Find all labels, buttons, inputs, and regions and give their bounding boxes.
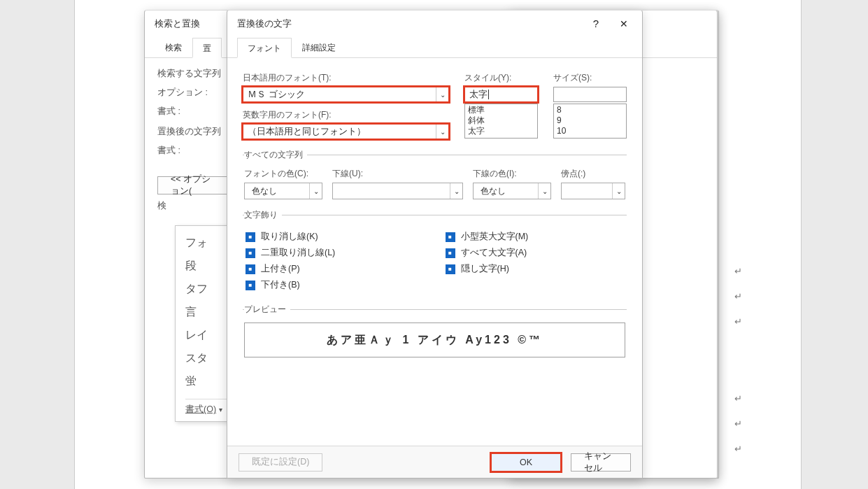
menu-footer-button[interactable]: 書式(O) ▾ (185, 399, 227, 416)
preview-box: あア亜Ａｙ 1 アイウ Ay123 ©™ (244, 323, 625, 357)
emphasis-label: 傍点(:) (561, 168, 625, 180)
check-superscript[interactable]: 上付き(P) (246, 263, 425, 275)
font-dialog-tabs: フォント 詳細設定 (227, 37, 642, 58)
check-smallcaps[interactable]: 小型英大文字(M) (446, 231, 625, 243)
chevron-down-icon: ⌄ (450, 183, 462, 199)
menu-item[interactable]: スタ (185, 347, 227, 370)
font-dialog-footer: 既定に設定(D) OK キャンセル (227, 446, 642, 478)
format2-label: 書式 : (157, 145, 234, 157)
size-listbox[interactable]: 8 9 10 (553, 104, 627, 139)
chevron-down-icon: ⌄ (436, 125, 448, 139)
menu-item[interactable]: レイ (185, 324, 227, 347)
menu-item[interactable]: 蛍 (185, 370, 227, 393)
style-option[interactable]: 太字 (468, 126, 534, 136)
all-text-legend: すべての文字列 (244, 149, 307, 161)
checkbox-icon (446, 264, 455, 274)
menu-item[interactable]: タフ (185, 278, 227, 301)
size-input[interactable] (553, 87, 627, 102)
dialog-title: 置換後の文字 (237, 17, 582, 30)
replace-font-dialog: 置換後の文字 ? ✕ フォント 詳細設定 日本語用のフォント(T): ＭＳ ゴシ… (227, 10, 643, 479)
latin-font-value: （日本語用と同じフォント） (248, 125, 366, 138)
format-label: 書式 : (157, 106, 234, 118)
emphasis-dropdown[interactable]: ⌄ (561, 183, 625, 199)
tab-font[interactable]: フォント (237, 38, 292, 58)
checkbox-icon (246, 248, 255, 258)
preview-group: プレビュー あア亜Ａｙ 1 アイウ Ay123 ©™ (243, 304, 627, 357)
menu-item[interactable]: 段 (185, 255, 227, 278)
ok-button[interactable]: OK (491, 453, 561, 472)
paragraph-mark: ↵ (734, 316, 742, 327)
set-default-button[interactable]: 既定に設定(D) (239, 453, 322, 472)
ul-color-label: 下線の色(I): (473, 168, 551, 180)
font-dialog-titlebar: 置換後の文字 ? ✕ (227, 10, 642, 37)
size-label: サイズ(S): (553, 72, 627, 84)
options-label: オプション : (157, 87, 234, 99)
options-toggle-button[interactable]: << オプション( (157, 176, 233, 194)
check-subscript[interactable]: 下付き(B) (246, 279, 425, 291)
checkbox-icon (246, 264, 255, 274)
all-text-group: すべての文字列 フォントの色(C): 色なし ⌄ 下線(U): ⌄ (243, 149, 627, 199)
menu-item[interactable]: 言 (185, 301, 227, 324)
check-hidden[interactable]: 隠し文字(H) (446, 263, 625, 275)
paragraph-mark: ↵ (734, 393, 742, 404)
paragraph-mark: ↵ (734, 444, 742, 454)
font-color-label: フォントの色(C): (244, 168, 322, 180)
checkbox-icon (446, 248, 455, 258)
underline-label: 下線(U): (332, 168, 463, 180)
format-popout-menu[interactable]: フォ 段 タフ 言 レイ スタ 蛍 書式(O) ▾ (175, 225, 231, 422)
underline-dropdown[interactable]: ⌄ (332, 183, 463, 199)
style-option[interactable]: 斜体 (468, 115, 534, 126)
effects-group: 文字飾り 取り消し線(K) 小型英大文字(M) 二重取り消し線(L) すべて大文… (243, 209, 627, 294)
latin-font-label: 英数字用のフォント(F): (243, 109, 449, 121)
cancel-button[interactable]: キャンセル (571, 453, 631, 472)
checkbox-icon (446, 232, 455, 242)
menu-item[interactable]: フォ (185, 232, 227, 255)
ul-color-value: 色なし (481, 185, 506, 197)
size-option[interactable]: 8 (557, 105, 623, 115)
size-option[interactable]: 9 (557, 115, 623, 126)
tab-search[interactable]: 検索 (155, 37, 192, 57)
latin-font-combo[interactable]: （日本語用と同じフォント） ⌄ (243, 124, 449, 139)
jp-font-combo[interactable]: ＭＳ ゴシック ⌄ (243, 87, 449, 102)
style-value: 太字 (469, 88, 488, 101)
chevron-down-icon: ⌄ (538, 183, 550, 199)
chevron-down-icon: ⌄ (309, 183, 322, 199)
preview-legend: プレビュー (244, 304, 290, 316)
font-color-dropdown[interactable]: 色なし ⌄ (244, 183, 322, 199)
close-icon[interactable]: ✕ (610, 14, 638, 34)
preview-text: あア亜Ａｙ 1 アイウ Ay123 ©™ (327, 333, 543, 348)
paragraph-mark: ↵ (734, 418, 742, 429)
effects-legend: 文字飾り (244, 209, 282, 221)
ul-color-dropdown[interactable]: 色なし ⌄ (473, 183, 551, 199)
check-dbl-strike[interactable]: 二重取り消し線(L) (246, 247, 425, 259)
check-allcaps[interactable]: すべて大文字(A) (446, 247, 625, 259)
font-color-value: 色なし (252, 185, 277, 197)
size-option[interactable]: 10 (557, 126, 623, 136)
checkbox-icon (246, 232, 255, 242)
paragraph-mark: ↵ (734, 266, 742, 276)
style-listbox[interactable]: 標準 斜体 太字 (464, 104, 538, 139)
replace-with-label: 置換後の文字列 (157, 126, 234, 138)
style-option[interactable]: 標準 (468, 105, 534, 115)
style-input[interactable]: 太字 (464, 87, 538, 102)
check-strike[interactable]: 取り消し線(K) (246, 231, 425, 243)
font-dialog-body: 日本語用のフォント(T): ＭＳ ゴシック ⌄ 英数字用のフォント(F): （日… (227, 58, 642, 364)
paragraph-mark: ↵ (734, 291, 742, 302)
find-what-label: 検索する文字列 (157, 68, 234, 80)
checkbox-icon (246, 281, 255, 290)
jp-font-value: ＭＳ ゴシック (248, 88, 305, 101)
tab-advanced[interactable]: 詳細設定 (292, 37, 346, 57)
chevron-down-icon: ⌄ (612, 183, 625, 199)
help-icon[interactable]: ? (582, 14, 610, 34)
jp-font-label: 日本語用のフォント(T): (243, 72, 449, 84)
tab-replace[interactable]: 置 (192, 38, 222, 58)
style-label: スタイル(Y): (464, 72, 538, 84)
chevron-down-icon: ⌄ (436, 87, 448, 101)
